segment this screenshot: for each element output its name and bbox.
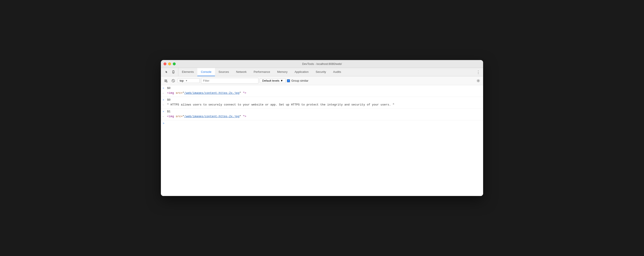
console-content-return-2: " HTTPS allows users to securely connect… (167, 103, 481, 106)
console-row-return-2: ← " HTTPS allows users to securely conne… (161, 102, 483, 108)
console-prompt-row: > (161, 120, 483, 126)
svg-point-2 (173, 72, 174, 73)
return-arrow-2: ← (163, 103, 167, 106)
clear-console-button[interactable] (163, 78, 169, 84)
log-levels-button[interactable]: Default levels ▼ (260, 78, 286, 83)
console-content-2: $0 (167, 98, 481, 102)
traffic-lights (164, 62, 176, 65)
devtools-panel: Elements Console Sources Network Perform… (161, 68, 483, 196)
console-content-1: $0 (167, 86, 481, 90)
group-similar-toggle[interactable]: ✓ Group similar (287, 79, 308, 82)
quote-open-3: " (182, 115, 184, 118)
console-row-input-1: > $0 (161, 86, 483, 91)
quote-open-1: " (182, 91, 184, 95)
console-output: > $0 ← <img src="/web/images/content-htt… (161, 85, 483, 196)
svg-rect-3 (173, 71, 174, 71)
html-tag-open-3: <img (167, 115, 176, 118)
console-row-return-3: ← <img src="/web/images/content-https-2x… (161, 114, 483, 119)
quote-close-1: " (240, 91, 241, 95)
svg-rect-6 (164, 82, 166, 82)
tab-icon-group (162, 68, 178, 76)
tabs-end: ⋮ (474, 68, 483, 76)
stop-recording-button[interactable] (170, 78, 176, 84)
console-row-return-1: ← <img src="/web/images/content-https-2x… (161, 91, 483, 96)
attr-name-1: src= (176, 91, 182, 95)
attr-value-link-1[interactable]: /web/images/content-https-2x.jpg (184, 91, 240, 95)
console-entry-3: > $1 ← <img src="/web/images/content-htt… (161, 108, 483, 120)
tab-audits[interactable]: Audits (330, 68, 344, 76)
return-arrow-1: ← (163, 91, 167, 94)
window-title: DevTools - localhost:8080/web/ (302, 62, 342, 66)
context-value: top (180, 79, 184, 82)
tab-network[interactable]: Network (232, 68, 250, 76)
tab-application[interactable]: Application (291, 68, 312, 76)
tab-performance[interactable]: Performance (250, 68, 274, 76)
devtools-window: DevTools - localhost:8080/web/ (161, 60, 483, 196)
group-similar-label: Group similar (291, 79, 308, 82)
svg-point-10 (478, 80, 479, 81)
console-input[interactable] (167, 122, 481, 125)
group-similar-checkbox[interactable]: ✓ (287, 79, 290, 82)
return-arrow-3: ← (163, 115, 167, 118)
input-arrow-2: > (163, 98, 167, 101)
inspect-element-icon[interactable] (164, 69, 170, 75)
input-arrow-1: > (163, 86, 167, 90)
title-bar: DevTools - localhost:8080/web/ (161, 60, 483, 68)
attr-value-link-3[interactable]: /web/images/content-https-2x.jpg (184, 115, 240, 118)
console-content-return-1: <img src="/web/images/content-https-2x.j… (167, 91, 481, 95)
attr-name-3: src= (176, 115, 182, 118)
more-tabs-button[interactable]: ⋮ (475, 69, 481, 75)
html-tag-open-1: <img (167, 91, 176, 95)
console-entry-2: > $0 ← " HTTPS allows users to securely … (161, 97, 483, 108)
levels-arrow-icon: ▼ (280, 79, 283, 82)
console-content-3: $1 (167, 110, 481, 113)
quote-close-3: " (240, 115, 241, 118)
close-button[interactable] (164, 62, 166, 65)
html-tag-close-1: "> (241, 91, 246, 95)
tab-console[interactable]: Console (197, 68, 215, 76)
svg-rect-4 (164, 80, 167, 80)
svg-marker-7 (166, 81, 168, 82)
tab-sources[interactable]: Sources (215, 68, 232, 76)
settings-button[interactable] (475, 78, 481, 84)
minimize-button[interactable] (168, 62, 171, 65)
context-arrow-icon: ▼ (186, 80, 188, 82)
console-row-input-2: > $0 (161, 98, 483, 102)
tabs-list: Elements Console Sources Network Perform… (178, 68, 474, 76)
html-tag-close-3: "> (241, 115, 246, 118)
device-toolbar-icon[interactable] (170, 69, 176, 75)
prompt-arrow: > (163, 122, 167, 125)
console-row-input-3: > $1 (161, 110, 483, 114)
tab-memory[interactable]: Memory (274, 68, 291, 76)
input-arrow-3: > (163, 110, 167, 113)
filter-input[interactable] (201, 78, 258, 84)
maximize-button[interactable] (173, 62, 176, 65)
console-toolbar: top ▼ Default levels ▼ ✓ Group similar (161, 76, 483, 85)
console-entry-1: > $0 ← <img src="/web/images/content-htt… (161, 85, 483, 97)
tab-elements[interactable]: Elements (178, 68, 197, 76)
context-selector[interactable]: top ▼ (178, 78, 200, 83)
levels-label: Default levels (262, 79, 280, 82)
tabs-bar: Elements Console Sources Network Perform… (161, 68, 483, 76)
tab-security[interactable]: Security (312, 68, 330, 76)
svg-line-9 (172, 80, 174, 82)
console-content-return-3: <img src="/web/images/content-https-2x.j… (167, 115, 481, 118)
